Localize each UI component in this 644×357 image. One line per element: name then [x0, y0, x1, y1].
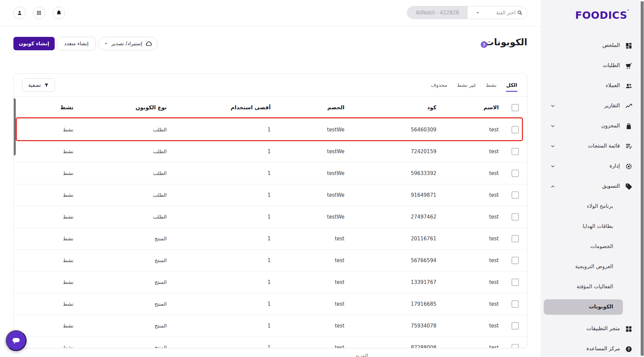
- customers-icon: [625, 82, 633, 90]
- sidebar-item-3[interactable]: التقارير: [541, 96, 644, 116]
- create-coupon-button[interactable]: إنشاء كوبون: [13, 37, 55, 50]
- create-multiple-button[interactable]: إنشاء متعدد: [57, 37, 96, 50]
- sidebar-item-8[interactable]: برنامج الولاء: [541, 196, 644, 217]
- table-row[interactable]: test 72420159 testWe 1 الطلب نشط: [13, 140, 527, 162]
- status-tabs: الكلنشطغير نشطمحذوف: [431, 74, 518, 97]
- chat-bubble-icon: [10, 335, 22, 346]
- notifications-button[interactable]: [53, 7, 65, 19]
- page-scrollbar-thumb[interactable]: [641, 1, 644, 356]
- marketplace-icon: [625, 325, 633, 333]
- sidebar-item-11[interactable]: العروض الترويجية: [541, 257, 644, 277]
- apps-grid-icon: [36, 10, 42, 16]
- sidebar-item-6[interactable]: إدارة: [541, 156, 644, 176]
- clipped-load-more-text: المزيد: [353, 352, 370, 357]
- coupons-card: الكلنشطغير نشطمحذوف تصفية الاسم كود الخص…: [13, 73, 527, 348]
- card-toolbar: الكلنشطغير نشطمحذوف تصفية: [14, 74, 527, 97]
- table-row[interactable]: test 17916685 test 1 المنتج نشط: [13, 293, 527, 315]
- table-row[interactable]: test 27497462 testWe 1 الطلب نشط: [13, 206, 527, 228]
- apps-grid-button[interactable]: [33, 7, 45, 19]
- cloud-icon: [145, 40, 152, 47]
- col-header-active: نشط: [13, 97, 77, 119]
- table-row[interactable]: test 13391767 test 1 المنتج نشط: [13, 271, 527, 293]
- select-all-checkbox[interactable]: [512, 104, 519, 111]
- tab-0[interactable]: الكل: [506, 81, 518, 90]
- table-row[interactable]: test 20116761 test 1 المنتج نشط: [13, 228, 527, 249]
- dashboard-icon: [625, 42, 633, 50]
- table-row[interactable]: test 59633392 testWe 1 الطلب نشط: [13, 162, 527, 184]
- sidebar-item-13[interactable]: الكوبونات: [544, 299, 623, 315]
- sidebar-nav: الملخص الطلبات العملاء التقارير المخزون …: [541, 36, 644, 357]
- category-search-input[interactable]: [489, 10, 516, 15]
- user-profile-button[interactable]: [13, 7, 26, 19]
- row-checkbox[interactable]: [512, 170, 519, 177]
- sidebar-item-0[interactable]: الملخص: [541, 36, 644, 56]
- settings-gear-icon: [625, 163, 633, 170]
- filter-button[interactable]: تصفية: [22, 78, 55, 92]
- branch-search-combo: AliNabil - 422828: [407, 6, 527, 19]
- row-checkbox[interactable]: [512, 279, 519, 286]
- marketing-tag-icon: [625, 183, 633, 190]
- tab-3[interactable]: محذوف: [431, 81, 447, 90]
- col-header-coupon-type: نوع الكوبون: [77, 97, 173, 119]
- search-icon: [517, 10, 523, 16]
- help-center-icon: ?: [625, 345, 633, 353]
- import-export-label: إستيراد/ تصدير: [111, 41, 142, 47]
- reports-chart-icon: [625, 102, 633, 110]
- account-dropdown-caret[interactable]: [468, 6, 488, 19]
- table-row[interactable]: test 56460309 testWe 1 الطلب نشط: [13, 119, 527, 140]
- sidebar-item-4[interactable]: المخزون: [541, 116, 644, 136]
- sidebar-item-14[interactable]: متجر التطبيقات: [541, 319, 644, 339]
- col-header-code: كود: [348, 97, 448, 119]
- products-list-icon: [625, 142, 633, 150]
- sidebar-item-2[interactable]: العملاء: [541, 76, 644, 96]
- row-checkbox[interactable]: [512, 213, 519, 221]
- help-icon[interactable]: ?: [481, 41, 487, 48]
- row-checkbox[interactable]: [512, 235, 519, 242]
- row-checkbox[interactable]: [512, 300, 519, 308]
- sidebar-item-9[interactable]: بطاقات الهدايا: [541, 217, 644, 237]
- table-row[interactable]: test 87288008 test 1 المنتج نشط: [13, 337, 527, 348]
- row-checkbox[interactable]: [512, 257, 519, 264]
- user-icon: [16, 10, 23, 16]
- chevron-up-icon: [550, 184, 555, 189]
- table-row[interactable]: test 56766594 test 1 المنتج نشط: [13, 249, 527, 271]
- caret-down-icon: [104, 41, 108, 46]
- col-header-name: الاسم: [448, 97, 505, 119]
- table-row[interactable]: test 91649871 testWe 1 الطلب نشط: [13, 184, 527, 206]
- sidebar-item-15[interactable]: ? مركز المساعدة: [541, 339, 644, 357]
- coupons-table: الاسم كود الخصم أقصى استخدام نوع الكوبون…: [13, 97, 527, 348]
- row-checkbox[interactable]: [512, 322, 519, 330]
- row-checkbox[interactable]: [512, 344, 519, 349]
- sidebar-item-10[interactable]: الخصومات: [541, 237, 644, 257]
- col-header-max-usage: أقصى استخدام: [173, 97, 274, 119]
- row-checkbox[interactable]: [512, 148, 519, 155]
- import-export-button[interactable]: إستيراد/ تصدير: [98, 37, 158, 50]
- page-actions: إنشاء كوبون إنشاء متعدد إستيراد/ تصدير: [13, 37, 158, 50]
- sidebar-item-1[interactable]: الطلبات: [541, 56, 644, 76]
- svg-text:?: ?: [628, 347, 630, 351]
- row-checkbox[interactable]: [512, 191, 519, 199]
- chevron-down-icon: [550, 143, 555, 149]
- sidebar-item-7[interactable]: التسويق: [541, 176, 644, 196]
- page-scrollbar: [640, 0, 644, 357]
- page-title: الكوبونات: [485, 37, 528, 47]
- table-scrollbar-thumb[interactable]: [13, 98, 16, 156]
- table-row[interactable]: test 75934078 test 1 المنتج نشط: [13, 315, 527, 337]
- chevron-down-icon: [550, 164, 555, 169]
- tab-1[interactable]: نشط: [485, 81, 497, 90]
- orders-cart-icon: [625, 62, 633, 70]
- row-checkbox[interactable]: [512, 126, 519, 133]
- chevron-down-icon: [550, 103, 555, 109]
- chat-support-button[interactable]: [6, 330, 26, 351]
- account-selector[interactable]: AliNabil - 422828: [407, 6, 468, 19]
- topbar: AliNabil - 422828: [0, 0, 541, 26]
- bell-icon: [56, 10, 62, 16]
- category-search: [488, 6, 527, 19]
- tab-2[interactable]: غير نشط: [457, 81, 476, 90]
- sidebar-item-12[interactable]: الفعاليات المؤقتة: [541, 277, 644, 297]
- filter-label: تصفية: [28, 82, 41, 88]
- foodics-logo: FOODICS°: [575, 9, 629, 21]
- funnel-icon: [44, 83, 49, 88]
- table-header-row: الاسم كود الخصم أقصى استخدام نوع الكوبون…: [13, 97, 527, 119]
- sidebar-item-5[interactable]: قائمة المنتجات: [541, 136, 644, 156]
